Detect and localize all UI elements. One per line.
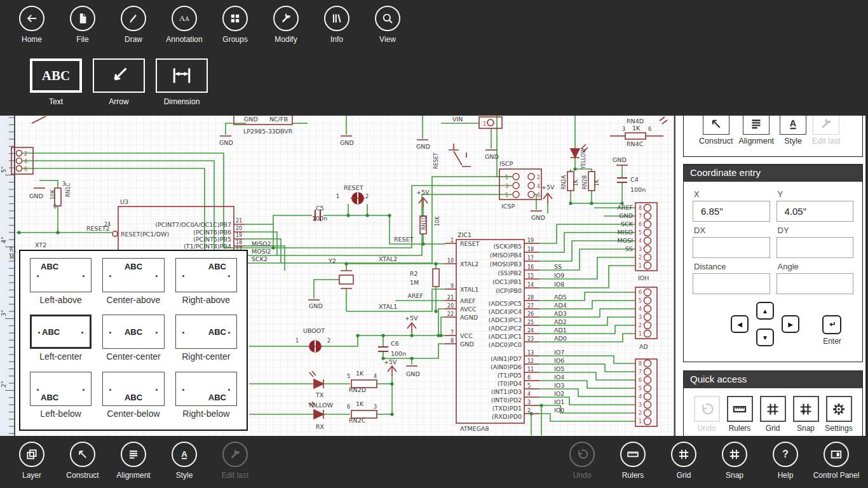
svg-text:4: 4	[639, 394, 642, 400]
nav-view[interactable]: View	[362, 0, 413, 44]
svg-text:GND: GND	[340, 139, 354, 146]
align-option-right-center[interactable]: ABCRight-center	[175, 315, 237, 365]
panel-tool-style[interactable]: AStyle	[780, 116, 806, 146]
svg-text:RN4D: RN4D	[627, 118, 644, 125]
quick-snap[interactable]: Snap	[789, 396, 822, 433]
quick-undo: Undo	[690, 396, 723, 433]
bottom-alignment[interactable]: Alignment	[108, 436, 159, 480]
align-option-left-below[interactable]: ABCLeft-below	[30, 372, 92, 423]
svg-text:AD5: AD5	[554, 294, 567, 301]
align-option-center-below[interactable]: ABCCenter-below	[102, 372, 164, 423]
bottom-snap[interactable]: Snap	[709, 436, 760, 480]
svg-text:(SS)PB2: (SS)PB2	[498, 269, 522, 276]
field-label-x: X	[694, 189, 770, 199]
svg-text:(ADC0)PC0: (ADC0)PC0	[489, 341, 522, 348]
nudge-down-button[interactable]: ▼	[756, 329, 774, 346]
svg-text:R2: R2	[410, 270, 418, 277]
svg-text:C4: C4	[630, 176, 639, 183]
field-input-dy[interactable]	[776, 237, 854, 258]
bottom-layer[interactable]: Layer	[6, 436, 57, 480]
nudge-up-button[interactable]: ▲	[756, 302, 774, 320]
nav-draw[interactable]: Draw	[108, 0, 159, 44]
align-option-right-above[interactable]: ABCRight-above	[175, 258, 237, 309]
align-preview-box: ABC	[30, 372, 92, 406]
svg-text:1: 1	[295, 338, 299, 344]
tool-dimension[interactable]: Dimension	[156, 58, 208, 106]
tool-text[interactable]: ABCText	[30, 58, 82, 106]
svg-text:(PCINT5)PB5: (PCINT5)PB5	[193, 236, 231, 243]
svg-text:ISCP: ISCP	[499, 160, 513, 167]
tool-arrow[interactable]: Arrow	[93, 58, 145, 106]
bottom-style[interactable]: AStyle	[159, 436, 210, 480]
svg-text:(ADC4)PC4: (ADC4)PC4	[489, 308, 522, 315]
quick-label: Grid	[756, 424, 789, 433]
bottom-help[interactable]: ?Help	[760, 436, 811, 480]
align-preview-box: ABC	[102, 315, 164, 349]
field-input-angle[interactable]	[776, 273, 854, 294]
align-preview-box: ABC	[175, 315, 237, 349]
panel-tool-construct[interactable]: Construct	[699, 116, 733, 146]
svg-text:1: 1	[336, 194, 339, 200]
nav-label: Annotation	[159, 35, 210, 44]
enter-button[interactable]	[822, 315, 841, 334]
field-input-x[interactable]	[693, 201, 770, 222]
svg-text:(T1)PD5: (T1)PD5	[498, 372, 522, 379]
field-label-y: Y	[778, 189, 854, 199]
nav-home[interactable]: Home	[6, 0, 57, 44]
nav-modify[interactable]: Modify	[261, 0, 311, 44]
svg-text:1K: 1K	[573, 179, 579, 186]
svg-text:+5V: +5V	[416, 189, 430, 196]
bottom-construct[interactable]: Construct	[57, 436, 108, 480]
align-option-center-center[interactable]: ABCCenter-center	[102, 315, 164, 365]
schematic-canvas-area[interactable]: GNDNC/FBLP2985-33DBVRGNDGNDGNDGNDVIN1RES…	[0, 116, 683, 436]
svg-text:16: 16	[527, 264, 534, 270]
svg-text:A: A	[181, 449, 187, 459]
snap-icon	[797, 400, 815, 418]
align-option-left-above[interactable]: ABCLeft-above	[30, 258, 92, 309]
svg-text:5: 5	[639, 386, 642, 391]
anchor-dot	[81, 332, 83, 334]
svg-text:GND: GND	[309, 302, 323, 309]
bottom-control-panel[interactable]: Control Panel	[811, 436, 862, 480]
construct-icon	[708, 116, 724, 132]
field-input-y[interactable]	[776, 201, 854, 222]
svg-text:8: 8	[639, 361, 642, 367]
svg-text:11: 11	[527, 367, 534, 372]
align-sample-text: ABC	[125, 327, 142, 337]
bottom-label: Help	[760, 471, 811, 480]
svg-text:MISO: MISO	[617, 229, 633, 236]
quick-grid[interactable]: Grid	[756, 396, 789, 433]
svg-text:IO4: IO4	[554, 374, 564, 381]
svg-text:GND: GND	[531, 214, 545, 221]
books-icon	[329, 11, 344, 26]
panel-tool-alignment[interactable]: Alignment	[739, 116, 775, 146]
nav-label: Info	[311, 35, 362, 44]
nav-label: File	[57, 35, 108, 44]
svg-text:9: 9	[451, 283, 454, 289]
svg-text:19: 19	[527, 238, 534, 243]
nav-file[interactable]: File	[57, 0, 108, 44]
svg-text:TX: TX	[315, 391, 324, 398]
svg-text:100n: 100n	[312, 215, 327, 222]
field-input-dx[interactable]	[693, 237, 770, 258]
align-option-left-center[interactable]: ABCLeft-center	[30, 315, 92, 365]
bottom-rulers[interactable]: Rulers	[607, 436, 658, 480]
anchor-dot	[228, 389, 230, 391]
bottom-label: Layer	[6, 471, 57, 480]
quick-rulers[interactable]: Rulers	[723, 396, 756, 433]
align-option-right-below[interactable]: ABCRight-below	[175, 372, 237, 423]
nudge-right-button[interactable]: ▶	[782, 315, 799, 333]
align-sample-text: ABC	[42, 327, 60, 337]
nudge-left-button[interactable]: ◀	[731, 315, 749, 333]
svg-text:(ADC1)PC1: (ADC1)PC1	[489, 333, 522, 340]
ribbon-toolbar: HomeFileDrawAAAnnotationGroupsModifyInfo…	[0, 0, 868, 116]
field-input-distance[interactable]	[693, 273, 770, 294]
align-sample-text: ABC	[41, 262, 58, 271]
nav-label: View	[362, 35, 413, 44]
align-option-center-above[interactable]: ABCCenter-above	[102, 258, 164, 309]
nav-annotation[interactable]: AAAnnotation	[159, 0, 210, 44]
nav-groups[interactable]: Groups	[210, 0, 261, 44]
bottom-grid[interactable]: Grid	[658, 436, 709, 480]
nav-info[interactable]: Info	[311, 0, 362, 44]
quick-settings[interactable]: Settings	[822, 396, 855, 433]
